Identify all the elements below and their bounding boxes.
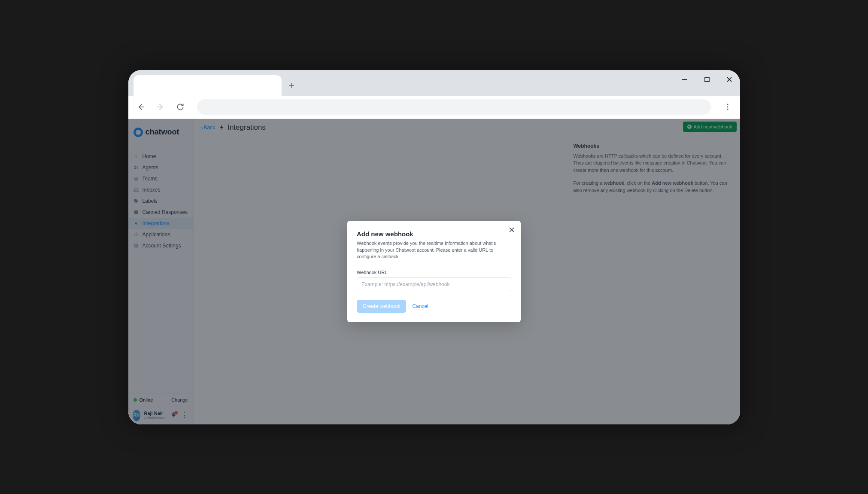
browser-toolbar [128, 96, 740, 119]
webhook-url-input[interactable] [357, 277, 511, 291]
browser-reload-button[interactable] [173, 100, 188, 114]
cancel-button[interactable]: Cancel [412, 303, 428, 309]
modal-title: Add new webhook [357, 230, 511, 238]
svg-rect-1 [705, 77, 709, 82]
maximize-button[interactable] [703, 75, 711, 84]
svg-point-6 [727, 109, 728, 110]
maximize-icon [704, 76, 710, 82]
close-icon [726, 76, 733, 83]
svg-point-5 [727, 106, 728, 107]
create-webhook-button[interactable]: Create webhook [357, 300, 406, 313]
minimize-icon [681, 76, 688, 83]
device-frame: + [128, 70, 740, 424]
browser-forward-button[interactable] [153, 100, 168, 114]
browser-back-button[interactable] [134, 100, 148, 114]
minimize-button[interactable] [680, 75, 689, 84]
modal-description: Webhook events provide you the realtime … [357, 240, 511, 260]
modal-overlay[interactable]: Add new webhook Webhook events provide y… [128, 119, 740, 424]
arrow-right-icon [156, 103, 165, 111]
svg-point-4 [727, 104, 728, 105]
arrow-left-icon [137, 103, 145, 111]
reload-icon [176, 103, 185, 111]
browser-tab-bar: + [128, 70, 740, 96]
browser-menu-button[interactable] [720, 100, 735, 114]
close-icon [509, 227, 515, 233]
window-controls [680, 75, 734, 84]
modal-close-button[interactable] [509, 227, 515, 235]
close-window-button[interactable] [725, 75, 734, 84]
browser-tab[interactable] [134, 75, 282, 96]
add-webhook-modal: Add new webhook Webhook events provide y… [347, 221, 521, 322]
modal-actions: Create webhook Cancel [357, 300, 511, 313]
app-content: chatwoot ‹ Home Agents Teams Inboxes [128, 119, 740, 424]
new-tab-button[interactable]: + [286, 79, 298, 91]
vertical-dots-icon [727, 104, 728, 110]
webhook-url-label: Webhook URL [357, 270, 511, 275]
url-bar[interactable] [197, 99, 711, 115]
